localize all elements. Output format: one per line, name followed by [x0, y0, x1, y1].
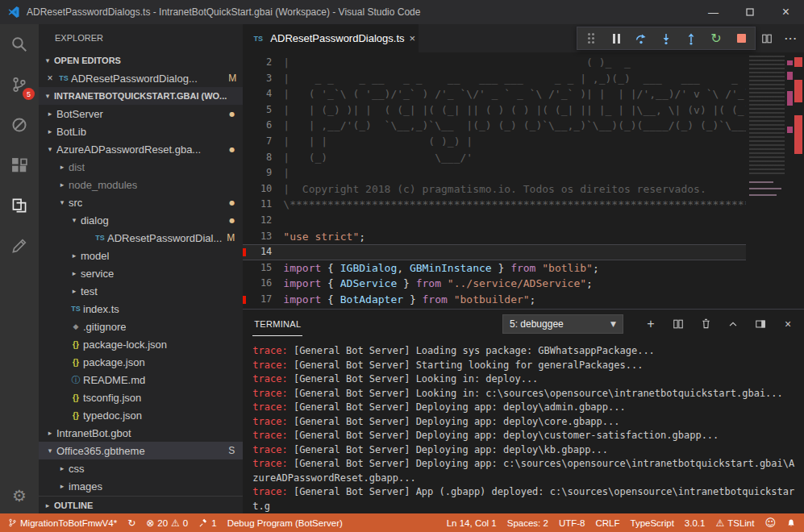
collapsed-chevron-icon[interactable]: ▸	[56, 482, 69, 490]
more-actions-icon[interactable]: ···	[785, 32, 798, 44]
indentation[interactable]: Spaces: 2	[507, 518, 548, 528]
outline-header[interactable]: ▸ OUTLINE	[39, 496, 243, 513]
maximize-panel-icon[interactable]	[727, 318, 739, 330]
feedback-smiley-icon[interactable]: ☺	[764, 517, 776, 528]
code-line[interactable]: 15import { IGBDialog, GBMinInstance } fr…	[243, 260, 804, 276]
code-line[interactable]: 16import { ADService } from "../service/…	[243, 276, 804, 292]
tree-item[interactable]: TSADResetPasswordDial...M	[39, 229, 243, 247]
collapsed-chevron-icon[interactable]: ▸	[44, 127, 56, 135]
tree-item[interactable]: {}package-lock.json	[39, 335, 243, 353]
code-line[interactable]: 3| _ _ _ __ _ _ __ ___ ___ _ _ | ,_)(_) …	[243, 71, 804, 87]
debug-status[interactable]: Debug Program (BotServer)	[227, 518, 343, 528]
tree-item[interactable]: ▸BotLib	[39, 123, 243, 140]
ts-version[interactable]: 3.0.1	[685, 518, 706, 528]
code-line[interactable]: 8| (_) \___/' |	[243, 150, 804, 166]
tree-item[interactable]: {}package.json	[39, 353, 243, 371]
tab-adresetpassworddialogs[interactable]: TS ADResetPasswordDialogs.ts ×	[243, 24, 419, 52]
code-line[interactable]: 6| | ,__/'(_) `\__,_)`\__ |(_) (_) (_)`\…	[243, 118, 804, 134]
collapsed-chevron-icon[interactable]: ▸	[44, 110, 56, 118]
tslint-status[interactable]: ⚠ TSLint	[715, 518, 754, 528]
code-editor[interactable]: 2| ( )_ _ |3| _ _ _ __ _ _ __ ___ ___ _ …	[243, 52, 804, 309]
code-line[interactable]: 7| | | ( )_) | |	[243, 134, 804, 150]
tree-item[interactable]: ▸css	[39, 459, 243, 477]
problems-item[interactable]: ⊗ 20 ⚠ 0	[146, 518, 188, 528]
git-branch-item[interactable]: MigrationToBotFmwV4*	[8, 517, 117, 528]
minimap[interactable]	[746, 52, 793, 309]
toggle-panel-icon[interactable]	[754, 318, 767, 330]
code-line[interactable]: 11\*************************************…	[243, 197, 804, 213]
code-line[interactable]: 18	[243, 308, 804, 310]
step-over-button[interactable]	[634, 31, 648, 46]
collapsed-chevron-icon[interactable]: ▸	[56, 464, 69, 472]
code-line[interactable]: 5| | (_) )| | ( (_| |( (_| || ( ) ( ) |(…	[243, 102, 804, 118]
split-editor-icon[interactable]	[760, 32, 773, 45]
new-terminal-icon[interactable]: +	[644, 318, 657, 330]
tab-terminal[interactable]: TERMINAL	[252, 311, 302, 336]
tree-item[interactable]: ▸model	[39, 247, 243, 264]
sync-item[interactable]: ↻	[127, 518, 135, 528]
tree-item[interactable]: ▾Office365.gbthemeS	[39, 442, 243, 459]
code-line[interactable]: 2| ( )_ _ |	[243, 55, 804, 71]
expanded-chevron-icon[interactable]: ▾	[56, 198, 69, 206]
settings-gear-icon[interactable]: ⚙	[0, 478, 39, 513]
tree-item[interactable]: TSindex.ts	[39, 300, 243, 318]
tree-item[interactable]: ▾src●	[39, 193, 243, 211]
minimize-button[interactable]: —	[695, 0, 731, 24]
collapsed-chevron-icon[interactable]: ▸	[68, 251, 81, 260]
code-line[interactable]: 4| ( '_`\ ( '__)/'_` ) /'_ `\/' _ ` _ `\…	[243, 86, 804, 102]
workspace-header[interactable]: ▾ INTRANETBOTQUICKSTART.GBAI (WO...	[39, 87, 243, 105]
code-line[interactable]: 12	[243, 213, 804, 229]
maximize-button[interactable]	[731, 0, 768, 24]
stop-button[interactable]	[734, 31, 748, 46]
expanded-chevron-icon[interactable]: ▾	[44, 447, 56, 455]
open-editors-header[interactable]: ▾ OPEN EDITORS	[39, 52, 243, 69]
tree-item[interactable]: {}typedoc.json	[39, 406, 243, 424]
kill-terminal-icon[interactable]	[699, 318, 712, 330]
tree-item[interactable]: ▸images	[39, 477, 243, 495]
collapsed-chevron-icon[interactable]: ▸	[56, 181, 69, 189]
extensions-icon[interactable]	[0, 145, 39, 185]
source-control-icon[interactable]: 5	[0, 64, 39, 105]
open-editor-item[interactable]: × TS ADResetPasswordDialog... M	[39, 69, 243, 87]
code-line[interactable]: 9| |	[243, 165, 804, 181]
close-panel-icon[interactable]: ×	[781, 318, 794, 330]
debug-icon[interactable]	[0, 105, 39, 145]
explorer-icon[interactable]	[0, 185, 39, 226]
drag-grip-icon[interactable]	[584, 31, 598, 46]
search-icon[interactable]	[0, 24, 39, 64]
step-into-button[interactable]	[659, 31, 673, 46]
close-window-button[interactable]: ×	[768, 0, 804, 24]
encoding[interactable]: UTF-8	[559, 518, 585, 528]
pause-button[interactable]	[609, 31, 623, 46]
expanded-chevron-icon[interactable]: ▾	[44, 145, 56, 153]
language-mode[interactable]: TypeScript	[631, 518, 674, 528]
cursor-position[interactable]: Ln 14, Col 1	[447, 518, 497, 528]
tree-item[interactable]: ▸service	[39, 264, 243, 282]
tree-item[interactable]: ◆.gitignore	[39, 318, 243, 335]
code-line[interactable]: 17import { BotAdapter } from "botbuilder…	[243, 292, 804, 308]
collapsed-chevron-icon[interactable]: ▸	[68, 287, 81, 295]
code-line[interactable]: 13"use strict";	[243, 229, 804, 245]
eol-sequence[interactable]: CRLF	[595, 518, 619, 528]
step-out-button[interactable]	[684, 31, 698, 46]
collapsed-chevron-icon[interactable]: ▸	[56, 163, 69, 171]
terminal-selector[interactable]: 5: debuggee ▼	[502, 314, 623, 334]
tree-item[interactable]: ▸dist	[39, 158, 243, 176]
tree-item[interactable]: ▸test	[39, 282, 243, 300]
current-code-line[interactable]: 14	[243, 244, 804, 260]
tree-item[interactable]: ▸IntranetBot.gbot	[39, 424, 243, 442]
edit-icon[interactable]	[0, 226, 39, 266]
collapsed-chevron-icon[interactable]: ▸	[68, 269, 81, 277]
tree-item[interactable]: ▸BotServer●	[39, 105, 243, 123]
collapsed-chevron-icon[interactable]: ▸	[44, 429, 56, 437]
tree-item[interactable]: ▾dialog●	[39, 211, 243, 229]
code-line[interactable]: 10| Copyright 2018 (c) pragmatismo.io. T…	[243, 181, 804, 197]
tasks-item[interactable]: 1	[198, 518, 216, 528]
tree-item[interactable]: ⓘREADME.md	[39, 371, 243, 389]
terminal-output[interactable]: trace: [General Bot Server] Loading sys …	[243, 338, 804, 513]
notifications-bell-icon[interactable]	[786, 517, 796, 528]
tree-item[interactable]: ▾AzureADPasswordReset.gba...●	[39, 140, 243, 158]
restart-button[interactable]: ↻	[709, 31, 723, 46]
tree-item[interactable]: ▸node_modules	[39, 176, 243, 193]
tree-item[interactable]: {}tsconfig.json	[39, 389, 243, 406]
